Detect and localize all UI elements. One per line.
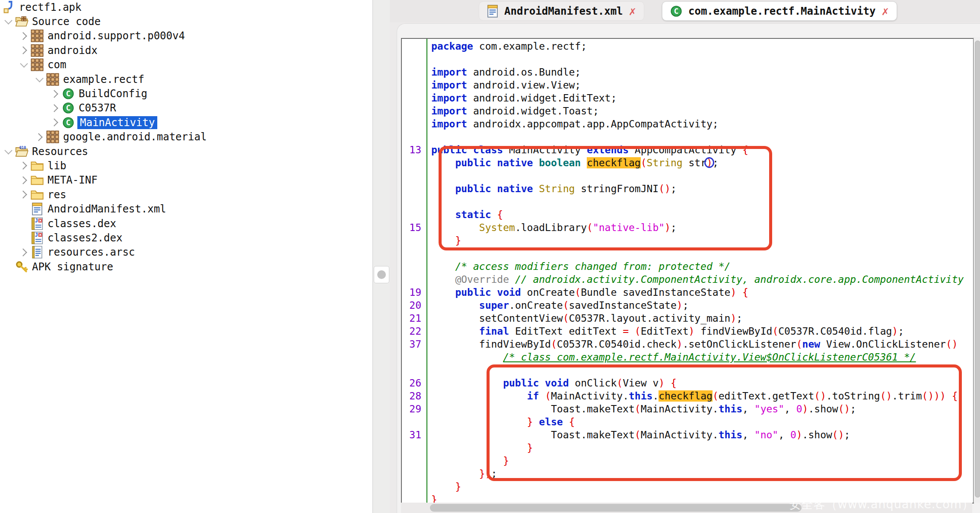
chevron-right-icon[interactable]: [17, 192, 30, 197]
code-token-sep: {: [671, 377, 677, 389]
code-editor[interactable]: 1315192021223726282931 package com.examp…: [401, 38, 974, 504]
code-token-kw: if: [527, 390, 539, 402]
chevron-right-icon[interactable]: [17, 250, 30, 255]
code-token-pln: [431, 157, 455, 168]
code-line: import android.widget.EditText;: [428, 92, 617, 104]
vertical-scrollbar-thumb[interactable]: [975, 41, 980, 497]
code-token-sep: (: [635, 403, 641, 415]
splitter-handle[interactable]: [374, 266, 389, 283]
tree-item-com[interactable]: com: [0, 58, 372, 72]
chevron-down-icon[interactable]: [2, 20, 15, 23]
tree-item-mainactivity[interactable]: CMainActivity: [0, 115, 372, 130]
code-token-pln: savedInstanceState: [569, 300, 677, 311]
code-token-cls: System: [479, 222, 515, 233]
code-line: public native String stringFromJNI();: [428, 182, 677, 195]
code-token-pln: View.OnClickListener: [820, 339, 946, 350]
tab-close-icon[interactable]: ✗: [881, 5, 888, 17]
code-token-pln: Bundle savedInstanceState: [581, 287, 730, 298]
chevron-right-icon[interactable]: [17, 48, 30, 53]
code-token-pln: [491, 209, 497, 220]
code-token-sep: (: [796, 339, 802, 350]
tree-item-meta-inf[interactable]: META-INF: [0, 173, 372, 187]
chevron-right-icon[interactable]: [17, 177, 30, 183]
code-line: import android.view.View;: [428, 79, 581, 92]
code-token-sep: (: [563, 300, 569, 311]
code-token-pln: android.widget.Toast;: [467, 105, 599, 117]
code-token-pln: ,: [742, 429, 754, 440]
tree-item-resources-arsc[interactable]: resources.arsc: [0, 245, 372, 260]
code-token-pln: ,: [778, 429, 790, 440]
package-icon: [46, 73, 60, 86]
code-line: findViewById(C0537R.C0540id.check).setOn…: [428, 338, 958, 351]
tree-item-resources[interactable]: 010Resources: [0, 144, 372, 158]
chevron-right-icon[interactable]: [17, 33, 30, 39]
chevron-right-icon[interactable]: [48, 91, 61, 97]
code-token-pln: [563, 416, 569, 428]
code-line: public class MainActivity extends AppCom…: [428, 143, 748, 156]
code-token-pln: [431, 274, 455, 285]
code-token-pln: [629, 326, 635, 337]
chevron-right-icon[interactable]: [48, 105, 61, 111]
folder-icon: [30, 174, 44, 187]
tree-item-example-rectf[interactable]: example.rectf: [0, 72, 372, 86]
code-line: import android.widget.Toast;: [428, 104, 599, 117]
tree-item-google-android-material[interactable]: google.android.material: [0, 130, 372, 144]
tree-item-label: resources.arsc: [48, 246, 135, 259]
line-number: 19: [402, 286, 421, 299]
class-icon: C: [61, 116, 75, 129]
tree-item-source-code[interactable]: Source code: [0, 14, 372, 28]
line-number: 37: [402, 338, 421, 351]
tree-item-label: android.support.p000v4: [48, 29, 185, 42]
code-line: /* class com.example.rectf.MainActivity.…: [428, 351, 916, 364]
vertical-scrollbar[interactable]: [974, 37, 980, 503]
code-token-pln: androidx.appcompat.app.AppCompatActivity…: [467, 118, 719, 130]
code-token-sep: (: [575, 287, 581, 298]
package-icon: [30, 29, 44, 42]
class-icon: C: [61, 87, 75, 100]
chevron-down-icon[interactable]: [17, 63, 30, 66]
tab-close-icon[interactable]: ✗: [629, 5, 636, 17]
code-token-pln: Toast.makeText: [431, 403, 635, 415]
chevron-right-icon[interactable]: [33, 134, 46, 140]
code-line: Toast.makeText(MainActivity.this, "yes",…: [428, 402, 856, 415]
code-token-kw: super: [479, 300, 509, 311]
tree-item-androidx[interactable]: androidx: [0, 43, 372, 57]
chevron-down-icon[interactable]: [33, 78, 46, 81]
code-token-sep: (): [814, 390, 826, 402]
code-token-pln: .: [652, 390, 659, 402]
code-token-pln: C0537R.C0540id.flag: [778, 326, 892, 337]
tree-item-androidmanifest-xml[interactable]: AndroidManifest.xml: [0, 202, 372, 216]
code-token-kw: public class: [431, 144, 503, 155]
tree-item-apk-signature[interactable]: APK signature: [0, 260, 372, 274]
code-token-str: "yes": [754, 403, 784, 415]
tree-item-rectf1-apk[interactable]: rectf1.apk: [0, 0, 372, 14]
tree-item-label: C0537R: [79, 101, 116, 114]
chevron-right-icon[interactable]: [17, 163, 30, 168]
panel-splitter[interactable]: [372, 0, 391, 513]
tree-item-lib[interactable]: lib: [0, 158, 372, 173]
code-token-match: ): [706, 157, 713, 168]
tab-com-example-rectf-mainactivity[interactable]: Ccom.example.rectf.MainActivity✗: [662, 1, 897, 21]
tab-androidmanifest-xml[interactable]: AndroidManifest.xml✗: [479, 1, 644, 21]
tree-item-classes2-dex[interactable]: Jclasses2.dex: [0, 231, 372, 245]
code-line: }: [428, 441, 533, 454]
code-token-pln: onClick: [569, 377, 617, 389]
tree-item-label: MainActivity: [77, 116, 157, 129]
project-tree-panel[interactable]: rectf1.apkSource codeandroid.support.p00…: [0, 0, 373, 513]
horizontal-scrollbar-thumb[interactable]: [430, 504, 802, 512]
tree-item-label: META-INF: [48, 174, 98, 187]
chevron-down-icon[interactable]: [2, 150, 15, 153]
tree-item-res[interactable]: res: [0, 187, 372, 202]
chevron-right-icon[interactable]: [48, 120, 61, 125]
code-token-pln: ;: [844, 429, 850, 440]
code-token-pln: [946, 390, 952, 402]
code-token-ann: @Override: [455, 274, 509, 285]
code-token-pln: [581, 157, 587, 168]
tree-item-c0537r[interactable]: CC0537R: [0, 101, 372, 115]
code-token-pln: .onCreate: [509, 300, 563, 311]
code-token-sep: {: [952, 390, 958, 402]
tree-item-android-support-p000v4[interactable]: android.support.p000v4: [0, 29, 372, 43]
code-token-pln: [431, 455, 503, 466]
tree-item-classes-dex[interactable]: Jclasses.dex: [0, 216, 372, 231]
tree-item-buildconfig[interactable]: CBuildConfig: [0, 86, 372, 101]
